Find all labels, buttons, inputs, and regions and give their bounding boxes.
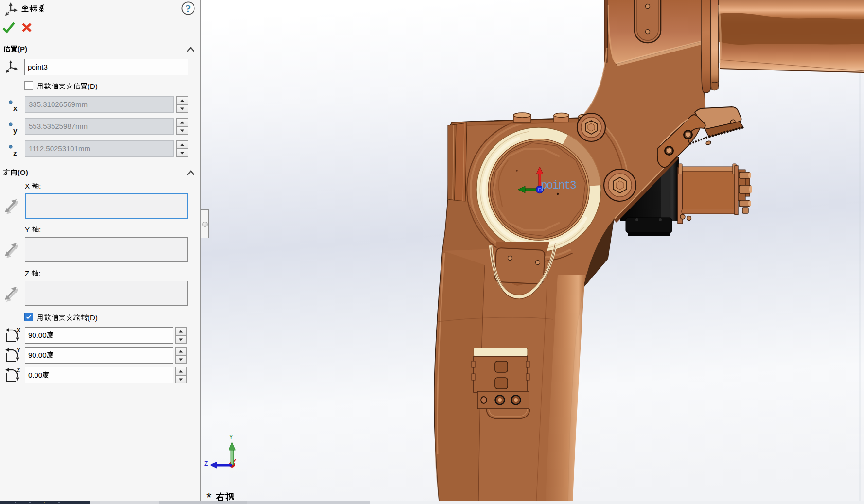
svg-text:?: ? [186, 3, 191, 15]
svg-text:x: x [13, 104, 18, 112]
svg-text:Y: Y [229, 434, 233, 440]
svg-text:Z: Z [17, 367, 20, 374]
svg-text:point3: point3 [541, 179, 576, 192]
svg-text:Y: Y [17, 347, 20, 354]
svg-text:z: z [13, 149, 17, 157]
svg-text:Z: Z [204, 460, 208, 467]
svg-text:y: y [13, 126, 18, 135]
svg-text:X: X [17, 327, 20, 334]
